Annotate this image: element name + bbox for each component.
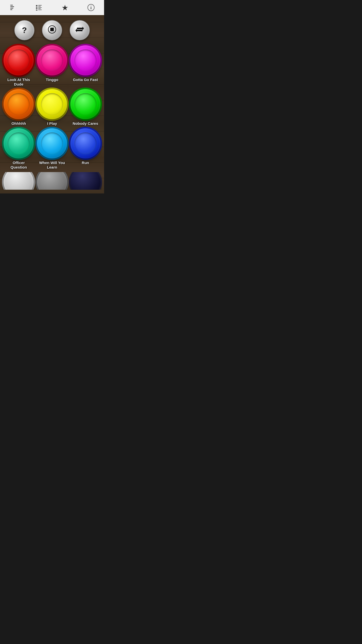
svg-rect-7	[36, 7, 37, 9]
button-cell-run[interactable]: Run	[69, 128, 102, 170]
favorites-icon[interactable]: ★	[60, 3, 70, 13]
button-inner	[74, 93, 97, 115]
partial-cell-1[interactable]	[2, 172, 35, 190]
partial-button-2[interactable]	[37, 172, 67, 190]
top-nav: ★	[0, 0, 104, 15]
sound-button-ohhhhh[interactable]	[4, 89, 34, 119]
sound-button-tinggo[interactable]	[37, 45, 67, 75]
sound-button-look-at-this-dude[interactable]	[4, 45, 34, 75]
button-inner	[74, 132, 97, 154]
stop-button[interactable]	[42, 20, 62, 40]
svg-rect-4	[36, 5, 37, 7]
svg-rect-2	[10, 8, 13, 9]
list-icon[interactable]	[34, 3, 44, 13]
button-label-look-at-this-dude: Look At This Dude	[4, 77, 34, 87]
button-label-ohhhhh: Ohhhhh	[11, 121, 27, 126]
partial-cell-2[interactable]	[35, 172, 69, 190]
sound-button-officer-question[interactable]	[4, 128, 34, 158]
button-inner	[74, 49, 97, 71]
svg-rect-8	[38, 7, 42, 8]
svg-rect-0	[10, 5, 13, 6]
svg-rect-6	[38, 6, 41, 7]
button-label-officer-question: Officer Question	[4, 160, 34, 170]
svg-rect-10	[36, 10, 37, 11]
button-cell-look-at-this-dude[interactable]: Look At This Dude	[2, 45, 35, 87]
button-label-i-play: I Play	[46, 121, 58, 126]
partial-cell-3[interactable]	[69, 172, 102, 190]
button-cell-i-play[interactable]: I Play	[35, 89, 69, 126]
button-inner	[8, 93, 30, 115]
sound-button-i-play[interactable]	[37, 89, 67, 119]
text-icon[interactable]	[8, 3, 18, 13]
sound-button-gotta-go-fast[interactable]	[70, 45, 101, 75]
button-label-run: Run	[81, 160, 90, 165]
button-label-nobody-cares: Nobody Cares	[72, 121, 99, 126]
svg-rect-14	[91, 7, 92, 9]
svg-rect-16	[50, 28, 54, 31]
repeat-button[interactable]	[70, 20, 90, 40]
control-row: ?	[2, 19, 102, 40]
partial-button-1[interactable]	[4, 172, 34, 190]
button-inner	[41, 132, 63, 154]
button-cell-tinggo[interactable]: Tinggo	[35, 45, 69, 87]
question-icon: ?	[22, 26, 27, 35]
button-label-gotta-go-fast: Gotta Go Fast	[72, 77, 99, 82]
button-cell-gotta-go-fast[interactable]: Gotta Go Fast	[69, 45, 102, 87]
button-cell-when-will-you-learn[interactable]: When Will You Learn	[35, 128, 69, 170]
button-inner	[41, 49, 63, 71]
button-cell-ohhhhh[interactable]: Ohhhhh	[2, 89, 35, 126]
main-content: ? Look At This Du	[0, 15, 104, 193]
button-inner	[8, 49, 30, 71]
svg-rect-5	[38, 5, 42, 6]
partial-button-3[interactable]	[70, 172, 101, 190]
info-icon[interactable]	[86, 3, 96, 13]
svg-rect-1	[10, 6, 14, 7]
button-inner	[8, 132, 30, 154]
sound-button-nobody-cares[interactable]	[70, 89, 101, 119]
stop-icon	[48, 25, 56, 35]
svg-rect-11	[38, 10, 42, 10]
button-label-when-will-you-learn: When Will You Learn	[37, 160, 67, 170]
button-cell-nobody-cares[interactable]: Nobody Cares	[69, 89, 102, 126]
button-inner	[41, 93, 63, 115]
button-label-tinggo: Tinggo	[45, 77, 59, 82]
svg-rect-3	[10, 9, 12, 10]
button-grid: Look At This Dude Tinggo Gotta Go Fast O…	[2, 45, 102, 170]
repeat-icon	[75, 25, 84, 35]
bottom-row	[2, 172, 102, 190]
sound-button-when-will-you-learn[interactable]	[37, 128, 67, 158]
svg-point-13	[91, 6, 92, 7]
svg-rect-9	[38, 8, 41, 9]
help-button[interactable]: ?	[14, 20, 34, 40]
button-cell-officer-question[interactable]: Officer Question	[2, 128, 35, 170]
sound-button-run[interactable]	[70, 128, 101, 158]
